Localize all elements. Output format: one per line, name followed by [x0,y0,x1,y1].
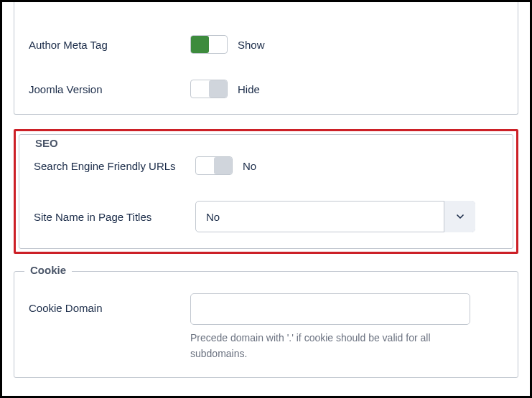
author-meta-tag-row: Author Meta Tag Show [29,22,503,67]
joomla-version-label: Joomla Version [29,83,190,95]
seo-fieldset: SEO Search Engine Friendly URLs No Site … [19,134,513,249]
site-name-titles-selected-value: No [195,201,475,232]
cookie-fieldset: Cookie Cookie Domain Precede domain with… [14,271,518,378]
cookie-section-wrap: Cookie Cookie Domain Precede domain with… [14,271,518,378]
cookie-domain-input[interactable] [190,293,470,325]
author-meta-tag-state-text: Show [238,39,265,51]
author-meta-tag-label: Author Meta Tag [29,39,190,51]
toggle-knob [191,36,209,53]
cookie-domain-label: Cookie Domain [29,293,190,314]
seo-section-highlight: SEO Search Engine Friendly URLs No Site … [14,129,518,254]
sef-urls-row: Search Engine Friendly URLs No [34,143,498,188]
seo-legend: SEO [29,137,64,149]
site-name-titles-label: Site Name in Page Titles [34,211,195,223]
sef-urls-state-text: No [243,160,256,172]
cookie-domain-help-text: Precede domain with '.' if cookie should… [190,331,470,361]
joomla-version-toggle[interactable] [190,80,228,98]
sef-urls-label: Search Engine Friendly URLs [34,160,195,172]
site-name-titles-select[interactable]: No [195,201,475,232]
metadata-fieldset: Author Meta Tag Show Joomla Version Hide [14,2,518,115]
cookie-legend: Cookie [24,264,72,276]
sef-urls-toggle[interactable] [195,156,233,175]
toggle-knob [209,80,227,98]
toggle-knob [214,157,232,174]
joomla-version-state-text: Hide [238,83,260,95]
site-name-titles-row: Site Name in Page Titles No [34,188,498,232]
author-meta-tag-toggle[interactable] [190,35,228,54]
cookie-domain-row: Cookie Domain Precede domain with '.' if… [29,280,503,361]
joomla-version-row: Joomla Version Hide [29,67,503,98]
